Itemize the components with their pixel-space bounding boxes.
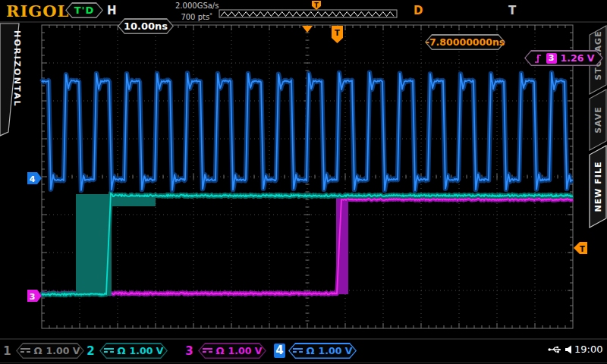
channel-1-number: 1 <box>2 344 13 358</box>
channel-status-bar: 1 Ω 1.00 V 2 Ω 1.00 V <box>0 340 607 364</box>
channel-4-status[interactable]: 4 Ω 1.00 V <box>274 343 357 359</box>
clock: 19:00 <box>574 344 602 355</box>
channel-4-badge: Ω 1.00 V <box>288 343 357 359</box>
system-tray: 19:00 <box>548 344 602 355</box>
impedance-symbol: Ω <box>34 345 42 356</box>
oscilloscope-screen: T T T 4 3 HORIZONTAL STORAG <box>0 0 607 364</box>
trigger-level-value: 1.26 V <box>561 52 595 64</box>
trigger-settings-badge[interactable]: 3 1.26 V <box>524 50 603 66</box>
svg-text:T: T <box>580 245 585 253</box>
tab-horizontal-label: HORIZONTAL <box>12 30 22 108</box>
channel-2-badge: Ω 1.00 V <box>99 343 168 359</box>
impedance-symbol: Ω <box>118 345 126 356</box>
tab-horizontal[interactable]: HORIZONTAL <box>0 24 22 136</box>
sample-rate: 2.000GSa/s <box>175 2 218 11</box>
dc-coupling-icon <box>203 347 212 354</box>
channel-3-status[interactable]: 3 Ω 1.00 V <box>184 343 266 359</box>
svg-text:T: T <box>335 29 340 37</box>
horizontal-position-marker[interactable] <box>302 26 313 33</box>
impedance-symbol: Ω <box>216 345 225 356</box>
acquisition-info: 2.000GSa/s 700 pts* <box>175 2 218 22</box>
channel-1-badge: Ω 1.00 V <box>16 343 84 359</box>
tab-save-label: SAVE <box>593 106 603 133</box>
waveform-display: T T T 4 3 HORIZONTAL STORAG <box>0 0 607 364</box>
rigol-logo: RIGOL <box>6 2 69 20</box>
timebase-badge[interactable]: 10.00ns <box>118 18 174 34</box>
channel-3-badge: Ω 1.00 V <box>198 343 266 359</box>
trigger-status-badge[interactable]: T'D <box>65 2 103 18</box>
channel-4-number: 4 <box>274 344 285 358</box>
ch3-ground-marker[interactable]: 3 <box>27 290 42 302</box>
horizontal-label: H <box>107 4 117 17</box>
top-status-bar: RIGOL T'D H 10.00ns 2.000GSa/s 700 pts* … <box>0 0 607 21</box>
svg-text:4: 4 <box>30 174 36 184</box>
rising-edge-icon <box>533 53 543 64</box>
svg-text:3: 3 <box>30 292 36 302</box>
channel-3-number: 3 <box>184 344 195 358</box>
channel-1-status[interactable]: 1 Ω 1.00 V <box>2 343 84 359</box>
channel-1-scale: 1.00 V <box>46 345 80 356</box>
delay-label: D <box>414 4 423 17</box>
delay-badge[interactable]: -7.80000000ns <box>425 34 505 50</box>
memory-depth: 700 pts* <box>175 11 218 22</box>
trigger-label: T <box>508 4 516 17</box>
trigger-position-flag[interactable]: T <box>332 26 343 43</box>
delay-value: -7.80000000ns <box>426 36 505 48</box>
dc-coupling-icon <box>20 347 30 354</box>
timebase-value: 10.00ns <box>124 20 168 32</box>
dc-coupling-icon <box>104 347 114 354</box>
speaker-icon <box>565 345 573 354</box>
channel-4-scale: 1.00 V <box>319 345 353 356</box>
usb-icon <box>548 345 563 354</box>
trigger-level-marker[interactable]: T <box>574 242 587 254</box>
ch4-ground-marker[interactable]: 4 <box>27 172 42 184</box>
channel-2-number: 2 <box>85 344 96 358</box>
tab-save[interactable]: SAVE <box>590 89 606 150</box>
trigger-source-badge: 3 <box>546 53 557 64</box>
top-separator <box>0 21 607 23</box>
trigger-status-text: T'D <box>74 5 95 16</box>
tab-new-file-label: NEW FILE <box>593 162 603 212</box>
channel-2-scale: 1.00 V <box>130 345 164 356</box>
dc-coupling-icon <box>293 347 303 354</box>
channel-3-scale: 1.00 V <box>228 345 263 356</box>
channel-2-status[interactable]: 2 Ω 1.00 V <box>85 343 168 359</box>
tab-new-file[interactable]: NEW FILE <box>590 146 606 228</box>
impedance-symbol: Ω <box>307 345 315 356</box>
